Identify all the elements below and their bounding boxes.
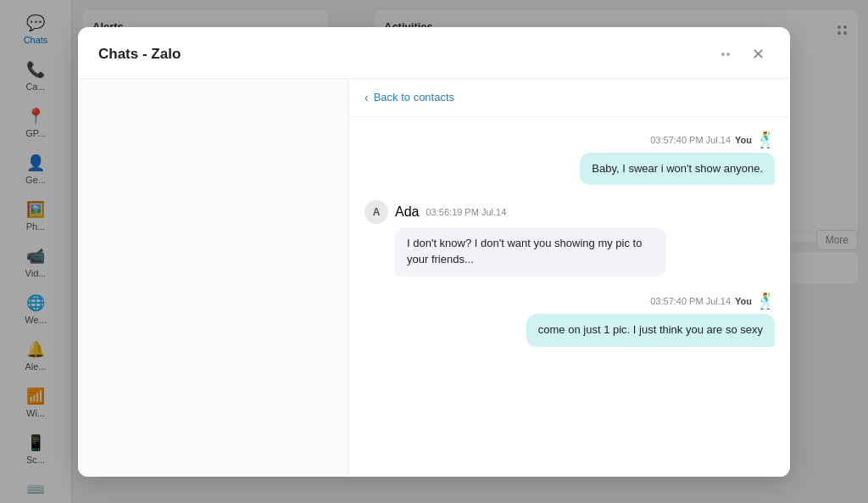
msg-bubble-3: come on just 1 pic. I just think you are… xyxy=(526,314,775,347)
msg-sender-1: You xyxy=(735,135,752,145)
message-row-1: 03:57:40 PM Jul.14 You 🕺 Baby, I swear i… xyxy=(364,131,775,186)
msg-incoming-header-2: A Ada 03:56:19 PM Jul.14 xyxy=(364,200,506,224)
msg-bubble-2: I don't know? I don't want you showing m… xyxy=(395,227,666,277)
message-row-2: A Ada 03:56:19 PM Jul.14 I don't know? I… xyxy=(364,200,775,277)
modal-title: Chats - Zalo xyxy=(98,46,181,63)
message-row-3: 03:57:40 PM Jul.14 You 🕺 come on just 1 … xyxy=(364,292,775,347)
modal-contacts-sidebar xyxy=(78,79,349,477)
back-to-contacts[interactable]: ‹ Back to contacts xyxy=(349,79,790,117)
msg-sender-2: Ada xyxy=(395,204,419,220)
chat-messages: 03:57:40 PM Jul.14 You 🕺 Baby, I swear i… xyxy=(349,117,790,477)
msg-meta-3: 03:57:40 PM Jul.14 You 🕺 xyxy=(650,292,775,310)
modal-header-icons: ✕ xyxy=(714,42,770,66)
msg-timestamp-2: 03:56:19 PM Jul.14 xyxy=(426,207,506,217)
msg-timestamp-1: 03:57:40 PM Jul.14 xyxy=(650,135,731,145)
sender-icon-1: 🕺 xyxy=(756,131,775,149)
back-to-contacts-label: Back to contacts xyxy=(374,91,454,103)
dots-icon xyxy=(721,53,730,56)
avatar-initial: A xyxy=(373,206,381,218)
msg-timestamp-3: 03:57:40 PM Jul.14 xyxy=(650,296,731,306)
msg-meta-1: 03:57:40 PM Jul.14 You 🕺 xyxy=(650,131,775,149)
msg-bubble-1: Baby, I swear i won't show anyone. xyxy=(580,153,775,186)
modal-dots-button[interactable] xyxy=(714,42,737,66)
sender-icon-3: 🕺 xyxy=(756,292,775,310)
chat-modal: Chats - Zalo ✕ ‹ Back to contacts xyxy=(78,27,790,477)
msg-sender-3: You xyxy=(735,296,752,306)
avatar-ada: A xyxy=(364,200,388,224)
chevron-left-icon: ‹ xyxy=(364,91,369,104)
modal-chat-area: ‹ Back to contacts 03:57:40 PM Jul.14 Yo… xyxy=(349,79,790,477)
modal-header: Chats - Zalo ✕ xyxy=(78,27,790,79)
modal-overlay: Chats - Zalo ✕ ‹ Back to contacts xyxy=(0,0,868,503)
modal-body: ‹ Back to contacts 03:57:40 PM Jul.14 Yo… xyxy=(78,79,790,477)
modal-close-button[interactable]: ✕ xyxy=(746,42,770,66)
